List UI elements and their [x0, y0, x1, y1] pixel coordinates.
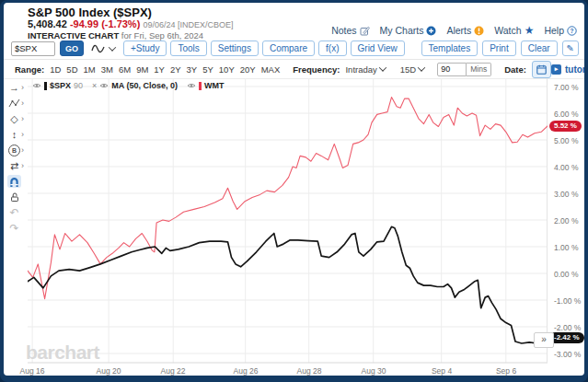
arrows-tool[interactable]: ↕› [4, 127, 28, 142]
print-button[interactable]: Print [482, 41, 516, 56]
eye-icon[interactable] [32, 82, 41, 89]
compare-arrows-tool[interactable]: ⇄› [4, 158, 28, 173]
help-icon: ? [567, 26, 577, 36]
header-link-help[interactable]: Help? [544, 25, 577, 36]
shapes-tool[interactable]: ◇› [4, 111, 28, 126]
toolbar-tools-button[interactable]: Tools [170, 41, 206, 56]
legend-item-wmt: WMT [187, 81, 225, 90]
legend-item-ma: ×MA (50, Close, 0) [92, 81, 178, 90]
chevron-down-icon [379, 64, 386, 71]
subtitle: INTERACTIVE CHART for Fri, Sep 6th, 2024 [28, 30, 203, 41]
expand-arrow-icon[interactable]: › [21, 130, 24, 139]
header-buttons: TemplatesPrintClear✎ [421, 41, 579, 56]
x-tick-label: Sep 4 [421, 366, 462, 376]
templates-button[interactable]: Templates [421, 41, 478, 56]
eye-icon[interactable] [187, 82, 196, 89]
series-swatch [44, 82, 47, 90]
cursor-tool[interactable]: →› [4, 80, 28, 95]
tutorial-link[interactable]: ▸ tutorial [551, 64, 584, 75]
expand-arrow-icon[interactable]: › [21, 145, 24, 155]
range-6m[interactable]: 6M [119, 64, 131, 75]
calendar-button[interactable] [532, 61, 551, 78]
y-tick-label: 4.00 % [554, 163, 584, 172]
expand-arrow-icon[interactable]: › [21, 161, 24, 170]
x-tick-label: Aug 22 [153, 366, 193, 376]
calendar-icon [536, 64, 547, 75]
range-5d[interactable]: 5D [66, 64, 77, 75]
notes-icon [360, 26, 370, 36]
y-tick-label: 0.00 % [554, 270, 584, 279]
range-9m[interactable]: 9M [136, 64, 148, 75]
expand-arrow-icon[interactable]: › [21, 98, 24, 108]
date-label: Date: [504, 64, 526, 75]
price-chart-svg[interactable] [28, 78, 548, 365]
barchart-watermark: barchart [26, 341, 99, 364]
toolbar-buttons: +StudyToolsSettingsComparef(x)Grid View [123, 41, 405, 56]
range-1m[interactable]: 1M [84, 64, 96, 75]
x-tick-label: Aug 26 [225, 366, 266, 376]
range-3y[interactable]: 3Y [187, 64, 198, 75]
chart-legend: $SPX90×MA (50, Close, 0)WMT [32, 81, 224, 90]
expand-arrow-icon[interactable]: › [21, 114, 24, 123]
expand-arrow-icon[interactable]: › [21, 83, 24, 92]
undo-icon: ↶ [7, 206, 21, 219]
frequency-label: Frequency: [293, 64, 340, 75]
symbol-input[interactable] [11, 41, 55, 56]
draw-lines-tool[interactable]: › [4, 96, 28, 110]
range-3m[interactable]: 3M [101, 64, 113, 75]
header-links: NotesMy ChartsAlertsWatch★Help? [331, 25, 577, 36]
price-change: -94.99 (-1.73%) [70, 18, 140, 29]
legend-item-spx: $SPX90 [32, 81, 83, 90]
redo-tool: ↷ [4, 221, 28, 236]
eye-icon[interactable] [99, 82, 109, 89]
x-tick-label: Aug 16 [12, 366, 52, 376]
range-5y[interactable]: 5Y [202, 64, 213, 75]
annotate-button[interactable]: ✎ [562, 41, 579, 56]
range-10y[interactable]: 10Y [219, 64, 235, 75]
range-1y[interactable]: 1Y [154, 64, 165, 75]
go-button[interactable]: GO [60, 41, 84, 56]
plus-circle-icon [426, 26, 436, 36]
lock-tool[interactable] [4, 190, 28, 204]
header-link-watch[interactable]: Watch★ [494, 25, 534, 36]
last-price: 5,408.42 [28, 18, 67, 29]
updown-icon: ↕ [7, 128, 21, 141]
header-link-my-charts[interactable]: My Charts [380, 25, 437, 36]
polyline-icon [7, 97, 21, 110]
line-style-icon [91, 43, 105, 53]
y-tick-label: 1.00 % [554, 243, 584, 252]
range-2y[interactable]: 2Y [170, 64, 181, 75]
series-swatch [199, 82, 202, 90]
remove-icon[interactable]: × [92, 81, 97, 90]
toolbar-study-button[interactable]: +Study [123, 41, 167, 56]
toolbar-fx-button[interactable]: f(x) [318, 41, 346, 56]
chevron-down-icon [109, 43, 116, 51]
y-tick-label: 6.00 % [554, 110, 584, 119]
toolbar-gridview-button[interactable]: Grid View [351, 41, 405, 56]
header-link-alerts[interactable]: Alerts [446, 25, 484, 36]
last-value-badge: 5.52 % [549, 121, 582, 132]
mins-input-group: Mins [437, 63, 491, 76]
buy-sell-marker-tool[interactable]: B› [4, 143, 28, 157]
mins-input[interactable] [437, 63, 467, 76]
magnet-tool[interactable] [4, 174, 28, 189]
quote-row: 5,408.42 -94.99 (-1.73%) 09/06/24 [INDEX… [28, 18, 233, 29]
range-1d[interactable]: 1D [50, 64, 61, 75]
star-icon: ★ [525, 25, 535, 36]
quote-meta: 09/06/24 [INDEX/CBOE] [143, 20, 233, 29]
header-link-notes[interactable]: Notes [331, 25, 369, 36]
last-value-badge: -2.42 % [549, 332, 584, 343]
range-max[interactable]: MAX [261, 64, 281, 75]
chart-type-selector[interactable] [91, 43, 115, 53]
frequency-select[interactable]: Intraday [345, 64, 385, 75]
toolbar-compare-button[interactable]: Compare [262, 41, 315, 56]
y-tick-label: 7.00 % [554, 83, 584, 92]
period-select[interactable]: 15D [400, 64, 424, 75]
lock-icon [7, 191, 21, 203]
range-20y[interactable]: 20Y [240, 64, 256, 75]
y-tick-label: -2.00 % [554, 323, 584, 332]
toolbar-settings-button[interactable]: Settings [211, 41, 259, 56]
clear-button[interactable]: Clear [521, 41, 558, 56]
expand-panel-button[interactable]: » [534, 332, 554, 348]
window-frame: S&P 500 Index ($SPX) 5,408.42 -94.99 (-1… [0, 0, 588, 382]
